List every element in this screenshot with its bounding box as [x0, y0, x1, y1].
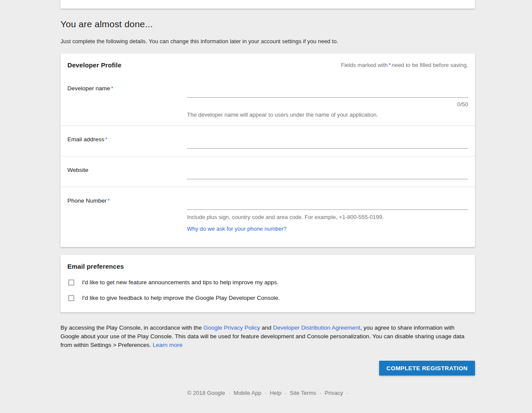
google-privacy-policy-link[interactable]: Google Privacy Policy: [203, 324, 260, 331]
complete-registration-button[interactable]: COMPLETE REGISTRATION: [379, 361, 475, 375]
footer-link-site-terms[interactable]: Site Terms: [290, 390, 316, 396]
website-label: Website: [67, 156, 187, 187]
footer-link-mobile-app[interactable]: Mobile App: [234, 390, 261, 396]
pref-row-give-feedback: I'd like to give feedback to help improv…: [67, 295, 468, 301]
legal-text-1: By accessing the Play Console, in accord…: [60, 324, 203, 331]
phone-number-row: Phone Number* Include plus sign, country…: [60, 187, 475, 247]
website-input[interactable]: [187, 162, 468, 179]
developer-profile-title: Developer Profile: [67, 61, 121, 69]
previous-card-bottom-edge: [60, 0, 475, 9]
footer-copyright: © 2018 Google: [187, 390, 225, 396]
website-field-area: [187, 156, 468, 187]
footer-separator: ·: [228, 390, 230, 396]
email-address-required-asterisk: *: [104, 136, 108, 143]
phone-number-input[interactable]: [187, 193, 468, 210]
developer-name-required-asterisk: *: [110, 85, 114, 92]
developer-name-helper-text: The developer name will appear to users …: [187, 111, 468, 118]
required-note-prefix: Fields marked with: [341, 62, 387, 68]
required-note-suffix: need to be filled before saving.: [392, 62, 468, 68]
developer-name-row: Developer name* 0/50 The developer name …: [60, 75, 475, 125]
footer-link-help[interactable]: Help: [270, 390, 282, 396]
footer-separator: ·: [346, 390, 348, 396]
email-address-input[interactable]: [187, 131, 468, 149]
footer-separator: ·: [265, 390, 266, 396]
phone-number-why-link[interactable]: Why do we ask for your phone number?: [187, 226, 287, 232]
website-row: Website: [60, 156, 475, 187]
developer-name-label-text: Developer name: [67, 85, 110, 92]
checkbox-feature-announcements[interactable]: [68, 280, 74, 286]
email-address-field-area: [187, 126, 468, 156]
phone-number-label: Phone Number*: [67, 187, 187, 232]
email-preferences-card: Email preferences I'd like to get new fe…: [60, 255, 475, 312]
website-label-text: Website: [67, 167, 89, 173]
checkbox-give-feedback[interactable]: [68, 295, 74, 301]
phone-number-field-area: Include plus sign, country code and area…: [187, 187, 468, 232]
button-row: COMPLETE REGISTRATION: [60, 361, 475, 375]
page-title: You are almost done...: [60, 9, 475, 29]
learn-more-link[interactable]: Learn more: [152, 342, 182, 348]
developer-profile-card: Developer Profile Fields marked with*nee…: [60, 54, 475, 247]
email-address-label-text: Email address: [67, 136, 104, 143]
phone-number-helper-text: Include plus sign, country code and area…: [187, 214, 468, 220]
pref-row-feature-announcements: I'd like to get new feature announcement…: [67, 279, 468, 286]
developer-name-field-area: 0/50 The developer name will appear to u…: [187, 75, 468, 118]
page-subtitle: Just complete the following details. You…: [60, 38, 475, 44]
phone-number-required-asterisk: *: [107, 197, 111, 204]
footer-separator: ·: [285, 390, 286, 396]
email-address-row: Email address*: [60, 125, 475, 156]
footer-separator: ·: [320, 390, 321, 396]
legal-paragraph: By accessing the Play Console, in accord…: [60, 324, 466, 349]
developer-distribution-agreement-link[interactable]: Developer Distribution Agreement: [273, 324, 360, 331]
pref-label-give-feedback: I'd like to give feedback to help improv…: [82, 295, 280, 301]
developer-profile-header: Developer Profile Fields marked with*nee…: [60, 54, 475, 75]
developer-name-input[interactable]: [187, 80, 468, 98]
footer-link-privacy[interactable]: Privacy: [325, 390, 343, 396]
developer-name-char-counter: 0/50: [187, 101, 468, 108]
required-asterisk: *: [388, 62, 392, 68]
email-preferences-title: Email preferences: [67, 263, 468, 270]
developer-name-label: Developer name*: [67, 75, 187, 118]
required-fields-note: Fields marked with*need to be filled bef…: [341, 62, 468, 68]
pref-label-feature-announcements: I'd like to get new feature announcement…: [82, 279, 279, 286]
legal-text-2: and: [260, 324, 273, 331]
footer: © 2018 Google · Mobile App · Help · Site…: [60, 390, 475, 412]
phone-number-label-text: Phone Number: [67, 197, 107, 204]
email-address-label: Email address*: [67, 126, 187, 156]
